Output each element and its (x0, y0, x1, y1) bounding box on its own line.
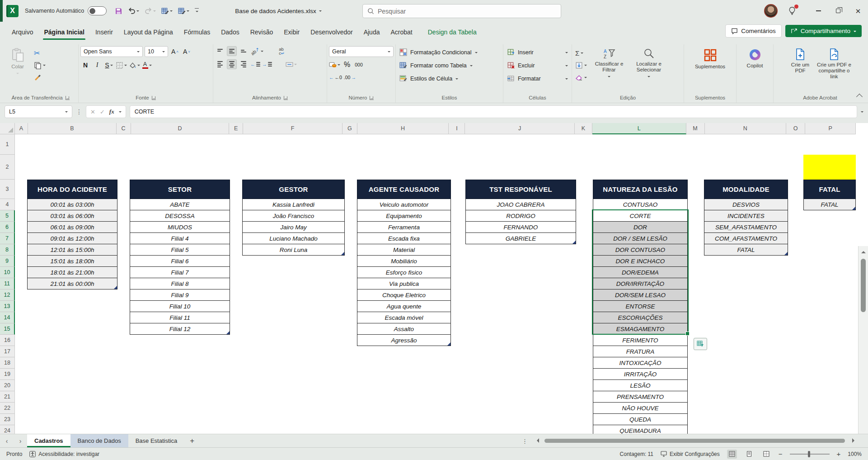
row-header-cell[interactable]: 14 (0, 312, 15, 323)
align-bottom-button[interactable] (239, 46, 249, 56)
table-cell[interactable]: DOR/IRRITAÇÃO (593, 278, 688, 289)
table-cell[interactable]: DOR CONTUSAO (593, 244, 688, 256)
merge-center-button[interactable] (286, 59, 297, 69)
undo-button[interactable] (126, 6, 141, 16)
ribbon-tab[interactable]: Exibir (278, 23, 305, 42)
italic-button[interactable]: I (92, 60, 102, 70)
clear-button[interactable] (574, 72, 588, 82)
row-header-cell[interactable]: 1 (0, 134, 15, 155)
dialog-launcher-icon[interactable] (284, 96, 288, 100)
table-cell[interactable]: PRENSAMENTO (593, 391, 688, 403)
table-cell[interactable]: Equipamento (357, 210, 451, 222)
table-header[interactable]: SETOR (130, 180, 230, 199)
row-header-cell[interactable]: 6 (0, 222, 15, 233)
ribbon-tab[interactable]: Dados (216, 23, 244, 42)
sheet-tab[interactable]: Base Estatistica (128, 434, 185, 447)
table-cell[interactable]: 06:01 às 09:00h (27, 222, 117, 233)
autosave-toggle[interactable] (88, 6, 107, 15)
table-cell[interactable]: RODRIGO (465, 210, 576, 222)
table-cell[interactable]: Assalto (357, 323, 451, 335)
table-cell[interactable]: 03:01 às 06:00h (27, 210, 117, 222)
sheet-nav-right[interactable]: › (14, 434, 27, 447)
zoom-slider-knob[interactable] (808, 451, 810, 457)
table-cell[interactable]: Filial 7 (130, 267, 230, 278)
redo-button[interactable] (143, 6, 158, 16)
accessibility-status[interactable]: Acessibilidade: investigar (29, 451, 99, 457)
row-header-cell[interactable]: 19 (0, 369, 15, 380)
column-header-cell[interactable]: A (15, 123, 28, 134)
table-cell[interactable]: CONTUSAO (593, 199, 688, 210)
zoom-in-button[interactable]: + (837, 450, 841, 458)
page-break-view-button[interactable] (761, 450, 771, 459)
zoom-level[interactable]: 100% (848, 451, 862, 457)
horizontal-scroll-thumb[interactable] (544, 439, 845, 443)
table-cell[interactable]: Agua quente (357, 301, 451, 312)
table-cell[interactable]: DESVIOS (704, 199, 788, 210)
ribbon-tab[interactable]: Fórmulas (178, 23, 216, 42)
bold-button[interactable]: N (80, 60, 90, 70)
table-cell[interactable]: MIUDOS (130, 222, 230, 233)
table-resize-handle[interactable] (226, 331, 230, 334)
table-cell[interactable]: Filial 6 (130, 256, 230, 267)
sort-filter-button[interactable]: AZ Classificar e Filtrar (590, 46, 628, 81)
vertical-scroll-thumb[interactable] (861, 259, 866, 312)
sheet-canvas[interactable]: HORA DO ACIDENTE 00:01 às 03:00h03:01 às… (15, 134, 856, 434)
sheet-nav-left[interactable]: ‹ (0, 434, 14, 447)
table-cell[interactable]: Escada fixa (357, 233, 451, 244)
table-cell[interactable]: DOR E INCHACO (593, 256, 688, 267)
insert-function-icon[interactable]: fx (109, 108, 114, 115)
column-header-cell[interactable]: G (343, 123, 357, 134)
table-resize-handle[interactable] (572, 241, 576, 244)
align-top-button[interactable] (215, 46, 225, 56)
table-cell[interactable]: DESOSSA (130, 210, 230, 222)
column-header-cell[interactable]: C (117, 123, 131, 134)
row-header-cell[interactable]: 3 (0, 180, 15, 199)
ribbon-tab[interactable]: Ajuda (358, 23, 385, 42)
create-pdf-button[interactable]: Crie um PDF (787, 46, 813, 76)
table-cell[interactable]: JOAO CABRERA (465, 199, 576, 210)
scroll-up-arrow[interactable] (861, 249, 866, 253)
table-cell[interactable]: SEM_AFASTAMENTO (704, 222, 788, 233)
sheet-tab[interactable]: Cadastros (27, 434, 70, 447)
table-cell[interactable]: 00:01 às 03:00h (27, 199, 117, 210)
align-left-button[interactable] (215, 59, 225, 69)
quick-analysis-button[interactable] (694, 338, 707, 350)
table-cell[interactable]: FERNANDO (465, 222, 576, 233)
table-cell[interactable]: Kassia Lanfredi (242, 199, 345, 210)
row-header-cell[interactable]: 20 (0, 380, 15, 391)
table-cell[interactable]: DOR/SEM LESAO (593, 289, 688, 301)
table-cell[interactable]: 09:01 às 12:00h (27, 233, 117, 244)
row-header-cell[interactable]: 23 (0, 414, 15, 425)
underline-button[interactable]: S (104, 60, 114, 70)
sheet-tab[interactable]: Banco de Dados (70, 434, 128, 447)
table-resize-handle[interactable] (341, 252, 344, 255)
row-header-cell[interactable]: 7 (0, 233, 15, 244)
table-cell[interactable]: LESÃO (593, 380, 688, 391)
formula-input[interactable] (130, 105, 857, 118)
qat-table-tool-2[interactable] (176, 6, 191, 16)
ribbon-tab[interactable]: Revisão (245, 23, 279, 42)
display-settings-button[interactable]: Exibir Configurações (661, 451, 720, 457)
ribbon-tab[interactable]: Layout da Página (118, 23, 178, 42)
qat-overflow-button[interactable] (193, 7, 201, 15)
name-box[interactable]: L5 (5, 105, 72, 118)
row-header-cell[interactable]: 5 (0, 210, 15, 222)
table-cell[interactable]: Escada móvel (357, 312, 451, 323)
table-cell[interactable]: ESCORIAÇÕES (593, 312, 688, 323)
table-cell[interactable]: Filial 10 (130, 301, 230, 312)
count-indicator[interactable]: Contagem: 11 (620, 451, 654, 457)
decrease-indent-button[interactable]: ← (250, 59, 260, 69)
table-cell[interactable]: Material (357, 244, 451, 256)
qat-table-tool-1[interactable] (160, 6, 174, 16)
table-cell[interactable]: Esforço fisico (357, 267, 451, 278)
copilot-button[interactable]: Copilot (742, 46, 768, 71)
dialog-launcher-icon[interactable] (152, 96, 156, 100)
lightbulb-icon[interactable] (788, 6, 797, 15)
row-header-cell[interactable]: 16 (0, 335, 15, 346)
hscroll-left-arrow[interactable] (535, 438, 539, 443)
format-cells-button[interactable]: Formatar (505, 72, 570, 85)
fill-button[interactable] (574, 60, 588, 70)
format-painter-button[interactable] (33, 72, 47, 82)
column-header-cell[interactable]: K (575, 123, 592, 134)
borders-button[interactable] (116, 60, 127, 70)
